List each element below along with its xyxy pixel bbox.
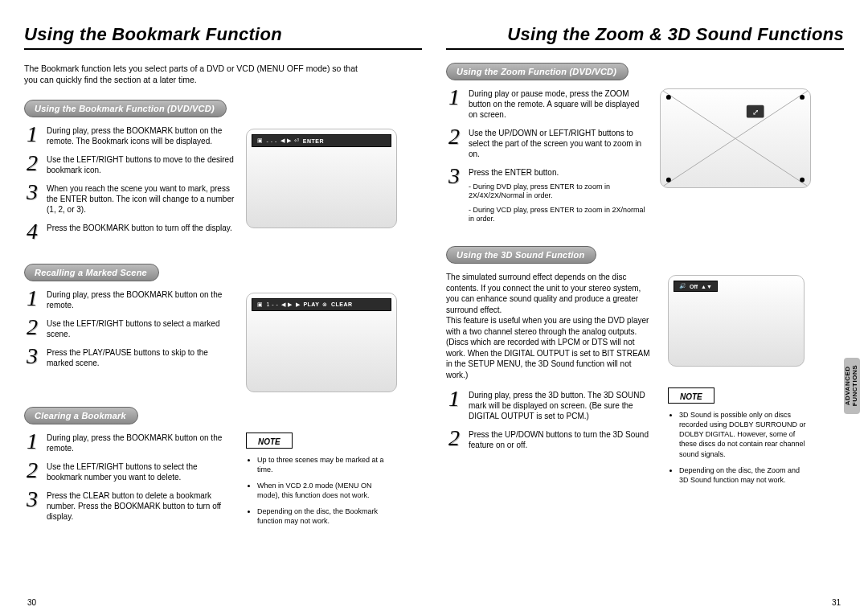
pill-clear: Clearing a Bookmark xyxy=(24,407,138,424)
osd-bar: ▣ 1 - - ◀ ▶ ▶ PLAY ⊗ CLEAR xyxy=(252,298,391,311)
step: 3Press the CLEAR button to delete a book… xyxy=(24,490,235,522)
note-item: Depending on the disc, the Zoom and 3D S… xyxy=(679,465,809,485)
updown-icon: ▲▼ xyxy=(701,284,712,289)
speaker-icon: 🔊 xyxy=(679,283,686,289)
play-icon: ▶ xyxy=(296,301,301,308)
sub-note: - During VCD play, press ENTER to zoom i… xyxy=(469,206,649,224)
page-number-left: 30 xyxy=(27,598,36,607)
zoom-guides-icon: ⤢ xyxy=(661,89,810,188)
title-rule xyxy=(446,48,844,50)
note-box: NOTE xyxy=(668,387,714,404)
note-box: NOTE xyxy=(246,433,293,449)
note-item: 3D Sound is possible only on discs recor… xyxy=(679,410,809,459)
svg-point-5 xyxy=(800,95,805,100)
osd-screen-3d: 🔊 Off ▲▼ xyxy=(668,275,805,367)
play-label: PLAY xyxy=(303,301,319,307)
enter-icon: ⏎ xyxy=(294,137,300,144)
section-zoom: Using the Zoom Function (DVD/VCD) 1Durin… xyxy=(446,63,844,232)
arrow-icons: ◀ ▶ xyxy=(280,137,291,144)
clear-label: CLEAR xyxy=(331,301,353,307)
note-item: When in VCD 2.0 mode (MENU ON mode), thi… xyxy=(257,481,387,500)
section-3d-sound: Using the 3D Sound Function The simulate… xyxy=(446,246,844,491)
page-number-right: 31 xyxy=(832,598,841,607)
osd-number: 1 - - xyxy=(267,301,279,307)
clear-icon: ⊗ xyxy=(322,301,328,308)
sub-note: - During DVD play, press ENTER to zoom i… xyxy=(469,182,649,201)
arrow-icons: ◀ ▶ xyxy=(281,301,292,308)
pill-recall: Recalling a Marked Scene xyxy=(24,264,159,281)
pill-zoom: Using the Zoom Function (DVD/VCD) xyxy=(446,63,628,80)
osd-bar: ▣ - - - ◀ ▶ ⏎ ENTER xyxy=(252,134,391,147)
page-left: Using the Bookmark Function The Bookmark… xyxy=(24,24,422,604)
osd-screen-bookmark: ▣ - - - ◀ ▶ ⏎ ENTER xyxy=(246,129,397,228)
bookmark-icon: ▣ xyxy=(257,301,264,308)
bookmark-icon: ▣ xyxy=(257,137,264,144)
step: 4Press the BOOKMARK button to turn off t… xyxy=(24,223,235,240)
page-title-left: Using the Bookmark Function xyxy=(24,24,422,45)
3d-para: The simulated surround effect depends on… xyxy=(446,272,655,380)
pill-3d-sound: Using the 3D Sound Function xyxy=(446,246,596,264)
step: 1During play, press the BOOKMARK button … xyxy=(24,289,235,310)
step: 2Use the UP/DOWN or LEFT/RIGHT buttons t… xyxy=(446,128,649,159)
note-item: Depending on the disc, the Bookmark func… xyxy=(257,506,387,526)
section-bookmark-function: Using the Bookmark Function (DVD/VCD) 1D… xyxy=(24,100,422,248)
osd-dashes: - - - xyxy=(267,138,277,144)
side-tab-advanced-functions: ADVANCED FUNCTIONS xyxy=(844,358,860,414)
side-tab-label: ADVANCED FUNCTIONS xyxy=(845,365,859,406)
step: 3When you reach the scene you want to ma… xyxy=(24,183,235,215)
off-label: Off xyxy=(690,284,698,289)
bookmark-intro: The Bookmark function lets you select pa… xyxy=(24,63,370,85)
note-bullets: Up to three scenes may be marked at a ti… xyxy=(246,455,387,527)
osd-bar: 🔊 Off ▲▼ xyxy=(674,281,718,292)
note-label: NOTE xyxy=(247,436,292,448)
step: 1During play, press the BOOKMARK button … xyxy=(24,125,235,146)
svg-point-4 xyxy=(666,95,671,100)
note-item: Up to three scenes may be marked at a ti… xyxy=(257,455,387,474)
note-label: NOTE xyxy=(669,391,714,403)
step-text: Press the ENTER button. xyxy=(469,168,559,177)
step: 2Use the LEFT/RIGHT buttons to select a … xyxy=(24,318,235,339)
step: 3 Press the ENTER button. - During DVD p… xyxy=(446,167,649,223)
svg-text:⤢: ⤢ xyxy=(752,108,759,117)
step: 1During play, press the BOOKMARK button … xyxy=(24,433,235,453)
step: 1During play or pause mode, press the ZO… xyxy=(446,88,649,120)
note-bullets: 3D Sound is possible only on discs recor… xyxy=(668,410,809,485)
step: 1During play, press the 3D button. The 3… xyxy=(446,390,657,421)
step: 3Press the PLAY/PAUSE buttons to skip to… xyxy=(24,347,235,368)
osd-screen-zoom: ⤢ xyxy=(660,88,811,188)
step: 2Use the LEFT/RIGHT buttons to select th… xyxy=(24,461,235,482)
page-right: Using the Zoom & 3D Sound Functions Usin… xyxy=(446,24,844,604)
osd-screen-recall: ▣ 1 - - ◀ ▶ ▶ PLAY ⊗ CLEAR xyxy=(246,293,397,392)
title-rule xyxy=(24,48,422,50)
enter-label: ENTER xyxy=(303,138,324,144)
svg-point-7 xyxy=(800,178,805,182)
section-recall: Recalling a Marked Scene 1During play, p… xyxy=(24,264,422,392)
step: 2Use the LEFT/RIGHT buttons to move to t… xyxy=(24,154,235,175)
pill-bookmark-function: Using the Bookmark Function (DVD/VCD) xyxy=(24,100,227,117)
section-clear: Clearing a Bookmark 1During play, press … xyxy=(24,407,422,533)
svg-point-6 xyxy=(666,178,671,182)
page-title-right: Using the Zoom & 3D Sound Functions xyxy=(446,24,844,45)
step: 2Press the UP/DOWN buttons to turn the 3… xyxy=(446,429,657,450)
